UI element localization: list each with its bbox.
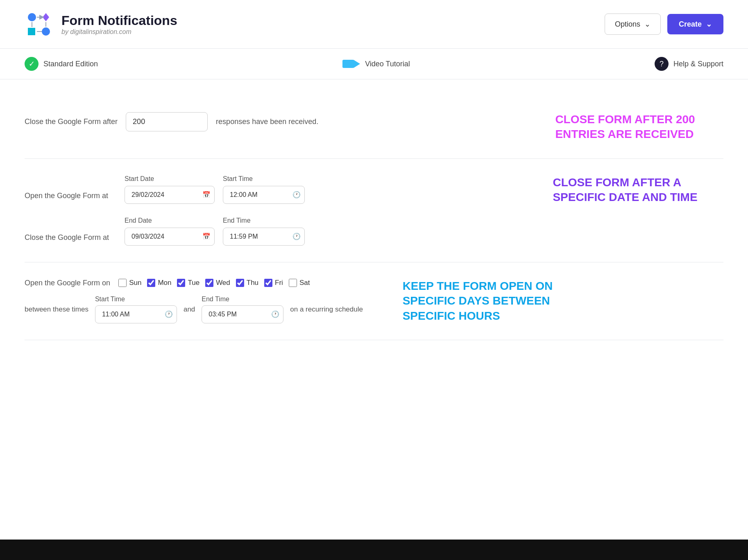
response-after-label: responses have been received. <box>216 117 318 126</box>
start-date-input-wrapper: 📅 <box>125 186 215 204</box>
create-label: Create <box>679 20 702 29</box>
checkbox-thu[interactable]: Thu <box>236 279 258 287</box>
days-checkbox-group: Sun Mon Tue Wed <box>118 279 310 287</box>
create-button[interactable]: Create ⌄ <box>667 14 723 34</box>
end-date-input-wrapper: 📅 <box>125 228 215 246</box>
app-header: Form Notifications by digitalinspiration… <box>0 0 748 49</box>
edition-item[interactable]: ✓ Standard Edition <box>25 57 98 71</box>
checkbox-fri-input[interactable] <box>264 279 272 287</box>
svg-point-0 <box>28 13 36 21</box>
checkbox-tue-input[interactable] <box>177 279 185 287</box>
start-time-group: Start Time 🕐 <box>223 175 305 204</box>
options-button[interactable]: Options ⌄ <box>605 14 661 35</box>
edition-label: Standard Edition <box>43 60 98 68</box>
end-time-group: End Time 🕐 <box>223 217 305 246</box>
recurring-end-time-wrapper: 🕐 <box>202 305 283 323</box>
response-limit-left: Close the Google Form after responses ha… <box>25 112 510 131</box>
open-form-label: Open the Google Form at <box>25 175 115 200</box>
create-chevron-icon: ⌄ <box>706 20 712 29</box>
end-date-input[interactable] <box>125 228 215 246</box>
start-time-label: Start Time <box>223 175 305 183</box>
start-time-input[interactable] <box>223 186 305 204</box>
recurring-end-time-input[interactable] <box>202 305 283 323</box>
end-date-group: End Date 📅 <box>125 217 215 246</box>
help-icon: ? <box>655 57 669 71</box>
response-limit-deco: CLOSE FORM AFTER 200 ENTRIES ARE RECEIVE… <box>527 112 723 142</box>
video-label: Video Tutorial <box>365 60 410 68</box>
app-subtitle-text: by digitalinspiration.com <box>61 28 177 36</box>
main-content: Close the Google Form after responses ha… <box>0 79 748 357</box>
end-date-label: End Date <box>125 217 215 224</box>
video-icon <box>342 60 360 68</box>
video-rect <box>342 60 354 68</box>
days-checkboxes-row: Open the Google Form on Sun Mon Tue <box>25 279 363 287</box>
response-limit-section: Close the Google Form after responses ha… <box>25 96 723 159</box>
svg-marker-1 <box>43 13 49 21</box>
checkbox-mon-input[interactable] <box>147 279 155 287</box>
app-title-text: Form Notifications <box>61 13 177 28</box>
recurring-start-time-wrapper: 🕐 <box>95 305 177 323</box>
recurring-end-time-label: End Time <box>202 296 283 303</box>
svg-point-3 <box>42 27 50 36</box>
app-logo <box>25 10 53 38</box>
checkbox-sat-input[interactable] <box>289 279 297 287</box>
check-icon: ✓ <box>25 57 39 71</box>
options-label: Options <box>615 20 640 29</box>
checkbox-mon[interactable]: Mon <box>147 279 171 287</box>
end-time-input[interactable] <box>223 228 305 246</box>
datetime-deco: CLOSE FORM AFTER A SPECIFIC DATE AND TIM… <box>527 175 723 205</box>
days-deco: KEEP THE FORM OPEN ON SPECIFIC DAYS BETW… <box>379 279 576 323</box>
checkbox-sun-input[interactable] <box>118 279 127 287</box>
help-label: Help & Support <box>673 60 723 68</box>
header-title: Form Notifications by digitalinspiration… <box>61 13 177 36</box>
options-chevron-icon: ⌄ <box>644 20 651 29</box>
start-time-input-wrapper: 🕐 <box>223 186 305 204</box>
end-time-label: End Time <box>223 217 305 224</box>
response-count-input[interactable] <box>126 112 208 131</box>
between-label: between these times <box>25 305 88 314</box>
datetime-section: Open the Google Form at Start Date 📅 Sta… <box>25 159 723 262</box>
checkbox-wed-input[interactable] <box>205 279 213 287</box>
video-tri <box>354 60 360 68</box>
open-on-label: Open the Google Form on <box>25 279 110 287</box>
bottom-bar <box>0 540 748 560</box>
checkbox-tue[interactable]: Tue <box>177 279 199 287</box>
datetime-left: Open the Google Form at Start Date 📅 Sta… <box>25 175 510 246</box>
help-support-item[interactable]: ? Help & Support <box>655 57 723 71</box>
response-before-label: Close the Google Form after <box>25 117 118 126</box>
days-section: Open the Google Form on Sun Mon Tue <box>25 262 723 340</box>
start-date-group: Start Date 📅 <box>125 175 215 204</box>
end-time-col: End Time 🕐 <box>202 296 283 323</box>
days-row: Open the Google Form on Sun Mon Tue <box>25 279 576 323</box>
days-deco-text: KEEP THE FORM OPEN ON SPECIFIC DAYS BETW… <box>403 279 553 323</box>
start-time-col: Start Time 🕐 <box>95 296 177 323</box>
response-deco-text: CLOSE FORM AFTER 200 ENTRIES ARE RECEIVE… <box>555 112 695 142</box>
checkbox-sun[interactable]: Sun <box>118 279 141 287</box>
checkbox-sat[interactable]: Sat <box>289 279 310 287</box>
start-date-input[interactable] <box>125 186 215 204</box>
checkbox-wed[interactable]: Wed <box>205 279 230 287</box>
checkbox-fri[interactable]: Fri <box>264 279 283 287</box>
header-left: Form Notifications by digitalinspiration… <box>25 10 177 38</box>
time-range-row: between these times Start Time 🕐 and End… <box>25 296 363 323</box>
end-time-input-wrapper: 🕐 <box>223 228 305 246</box>
close-form-label: Close the Google Form at <box>25 217 115 242</box>
recurring-start-time-label: Start Time <box>95 296 177 303</box>
start-date-label: Start Date <box>125 175 215 183</box>
datetime-deco-text: CLOSE FORM AFTER A SPECIFIC DATE AND TIM… <box>553 175 697 205</box>
recurring-start-time-input[interactable] <box>95 305 177 323</box>
svg-rect-2 <box>28 28 35 35</box>
sub-header: ✓ Standard Edition Video Tutorial ? Help… <box>0 49 748 79</box>
checkbox-thu-input[interactable] <box>236 279 244 287</box>
and-text: and <box>184 305 195 314</box>
days-content: Open the Google Form on Sun Mon Tue <box>25 279 363 323</box>
recurring-schedule-label: on a recurring schedule <box>290 305 363 314</box>
video-tutorial-item[interactable]: Video Tutorial <box>342 60 410 68</box>
header-actions: Options ⌄ Create ⌄ <box>605 14 723 35</box>
